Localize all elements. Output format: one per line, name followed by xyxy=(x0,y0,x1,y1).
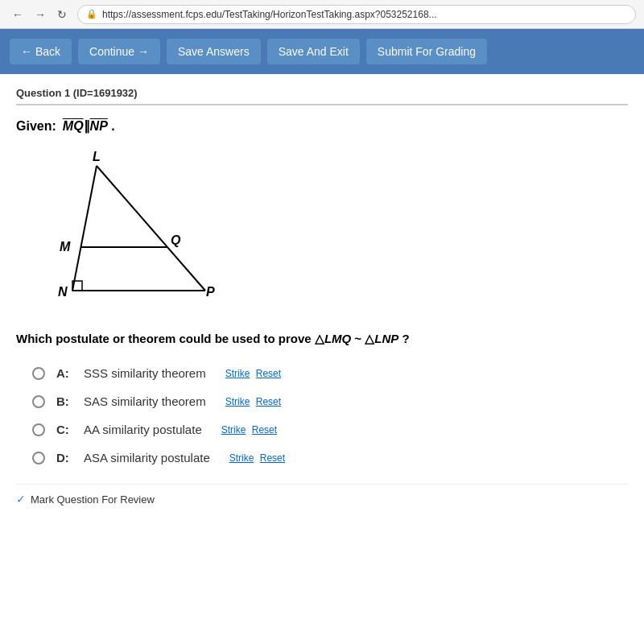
label-L: L xyxy=(93,150,101,163)
reset-link-a[interactable]: Reset xyxy=(256,368,281,379)
radio-d[interactable] xyxy=(32,452,45,464)
given-section: Given: MQ∥NP . xyxy=(16,118,628,134)
reset-link-d[interactable]: Reset xyxy=(260,452,285,464)
triangle-lnp: △LNP xyxy=(365,332,398,345)
address-bar[interactable]: 🔒 https://assessment.fcps.edu/TestTaking… xyxy=(77,5,636,24)
given-label: Given: xyxy=(16,119,56,134)
refresh-button[interactable]: ↻ xyxy=(53,6,71,23)
answer-item-a: A: SSS similarity theorem Strike Reset xyxy=(32,366,628,380)
question-text: Which postulate or theorem could be used… xyxy=(16,330,628,347)
mark-review-section[interactable]: ✓ Mark Question For Review xyxy=(16,484,628,506)
mq-overline: MQ xyxy=(63,119,84,133)
checkmark-icon: ✓ xyxy=(16,493,26,506)
strike-reset-a: Strike Reset xyxy=(225,368,284,379)
label-M: M xyxy=(60,240,71,254)
radio-a[interactable] xyxy=(32,367,45,380)
content-area: Question 1 (ID=1691932) Given: MQ∥NP . L… xyxy=(0,74,644,644)
strike-reset-c: Strike Reset xyxy=(221,424,280,436)
answer-item-d: D: ASA similarity postulate Strike Reset xyxy=(32,451,628,464)
answer-item-b: B: SAS similarity theorem Strike Reset xyxy=(32,394,628,408)
answer-label-c: C: xyxy=(56,423,72,436)
toolbar: ← Back Continue → Save Answers Save And … xyxy=(0,29,644,74)
lock-icon: 🔒 xyxy=(86,9,97,19)
strike-link-b[interactable]: Strike xyxy=(225,396,250,407)
label-P: P xyxy=(206,285,215,299)
save-exit-button[interactable]: Save And Exit xyxy=(267,39,360,64)
given-expression: MQ∥NP . xyxy=(63,118,115,134)
submit-button[interactable]: Submit For Grading xyxy=(366,39,487,64)
continue-button[interactable]: Continue → xyxy=(78,39,160,64)
radio-c[interactable] xyxy=(32,423,45,436)
question-header: Question 1 (ID=1691932) xyxy=(16,87,628,105)
save-answers-button[interactable]: Save Answers xyxy=(167,39,261,64)
strike-link-a[interactable]: Strike xyxy=(225,368,250,379)
answer-text-c: AA similarity postulate xyxy=(84,423,202,436)
forward-nav-button[interactable]: → xyxy=(31,6,50,23)
triangle-svg: L M Q N P xyxy=(48,150,225,311)
browser-bar: ← → ↻ 🔒 https://assessment.fcps.edu/Test… xyxy=(0,0,644,29)
answer-text-a: SSS similarity theorem xyxy=(84,366,206,380)
answer-label-d: D: xyxy=(56,451,72,464)
np-overline: NP xyxy=(90,119,108,133)
back-nav-button[interactable]: ← xyxy=(8,6,27,23)
reset-link-c[interactable]: Reset xyxy=(252,424,277,436)
answer-label-a: A: xyxy=(56,366,72,380)
answer-choices: A: SSS similarity theorem Strike Reset B… xyxy=(32,366,628,464)
radio-b[interactable] xyxy=(32,395,45,408)
back-button[interactable]: ← Back xyxy=(10,39,72,64)
label-N: N xyxy=(58,285,68,299)
label-Q: Q xyxy=(171,233,181,247)
mark-review-label: Mark Question For Review xyxy=(31,493,155,506)
url-text: https://assessment.fcps.edu/TestTaking/H… xyxy=(102,9,437,20)
triangle-lmq: △LMQ xyxy=(315,332,351,345)
answer-item-c: C: AA similarity postulate Strike Reset xyxy=(32,423,628,436)
strike-reset-d: Strike Reset xyxy=(229,452,288,464)
strike-reset-b: Strike Reset xyxy=(225,396,284,407)
answer-label-b: B: xyxy=(56,394,72,408)
strike-link-d[interactable]: Strike xyxy=(229,452,254,464)
answer-text-b: SAS similarity theorem xyxy=(84,394,206,408)
strike-link-c[interactable]: Strike xyxy=(221,424,246,436)
geometry-figure: L M Q N P xyxy=(48,150,628,314)
svg-line-0 xyxy=(72,166,97,291)
svg-line-2 xyxy=(97,166,205,291)
reset-link-b[interactable]: Reset xyxy=(256,396,281,407)
answer-text-d: ASA similarity postulate xyxy=(84,451,210,464)
nav-buttons: ← → ↻ xyxy=(8,6,71,23)
